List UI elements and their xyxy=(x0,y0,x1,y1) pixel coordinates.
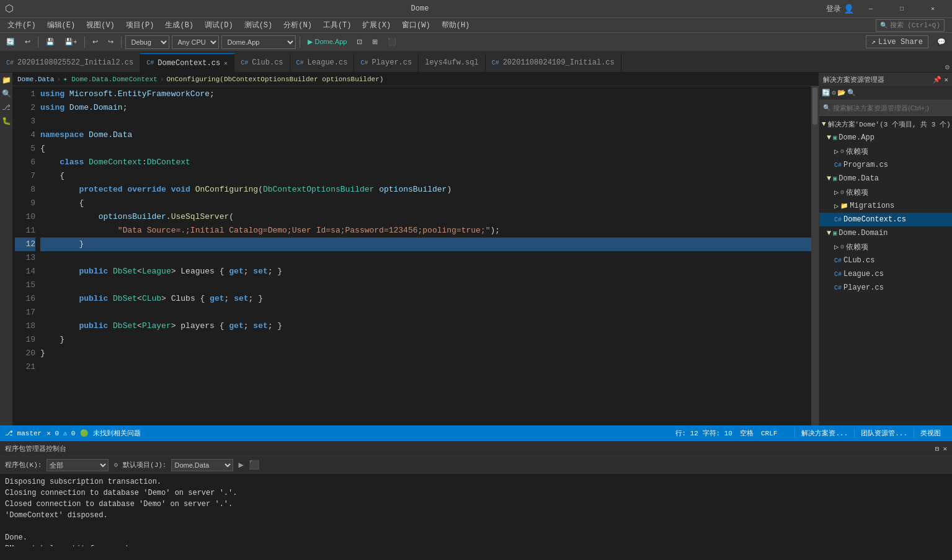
vertical-scrollbar[interactable] xyxy=(811,86,819,425)
toolbar-btn-extra2[interactable]: ⊞ xyxy=(368,37,381,47)
scrollbar-thumb[interactable] xyxy=(812,87,817,125)
login-text[interactable]: 登录 xyxy=(826,4,841,14)
debug-config-dropdown[interactable]: Debug Release xyxy=(125,35,169,49)
feedback-button[interactable]: 💬 xyxy=(933,37,950,47)
toolbar-save-all[interactable]: 💾+ xyxy=(61,37,81,47)
tree-player-cs[interactable]: C# Player.cs xyxy=(819,281,952,295)
tab-league[interactable]: C# League.cs xyxy=(290,53,355,72)
tree-domedomain[interactable]: ▼ ▣ Dome.Domain xyxy=(819,226,952,240)
live-share-button[interactable]: ↗ Live Share xyxy=(866,35,928,48)
row-col-info: 行: 12 字符: 10 xyxy=(675,429,732,438)
toolbar-save[interactable]: 💾 xyxy=(42,37,58,47)
se-pin-icon[interactable]: 📌 xyxy=(933,76,941,84)
tab-initial2[interactable]: C# 20201108025522_Initial2.cs xyxy=(0,53,140,72)
toolbar: 🔄 ↩ 💾 💾+ ↩ ↪ Debug Release Any CPU Dome.… xyxy=(0,32,952,51)
menu-window[interactable]: 窗口(W) xyxy=(397,19,435,32)
domedomain-deps-label: 依赖项 xyxy=(846,242,868,252)
se-bottom-tab1[interactable]: 解决方案资... xyxy=(794,429,854,438)
activity-debug[interactable]: 🐛 xyxy=(1,116,11,126)
se-close-icon[interactable]: ✕ xyxy=(944,76,948,84)
status-right: 行: 12 字符: 10 空格 CRLF xyxy=(675,429,778,438)
tab-close-domecontext[interactable]: ✕ xyxy=(224,60,228,67)
start-button[interactable]: ▶ Dome.App xyxy=(304,37,350,47)
se-bottom-tab3[interactable]: 类视图 xyxy=(914,429,947,438)
proj-icon-domedomain: ▣ xyxy=(833,229,837,237)
tab-domecontext[interactable]: C# DomeContext.cs ✕ xyxy=(140,53,234,72)
tree-league-cs[interactable]: C# League.cs xyxy=(819,267,952,281)
menu-extensions[interactable]: 扩展(X) xyxy=(357,19,396,32)
tree-program-cs[interactable]: C# Program.cs xyxy=(819,158,952,172)
tab-bar: C# 20201108025522_Initial2.cs C# DomeCon… xyxy=(0,51,952,73)
pkg-float-icon[interactable]: ⊟ xyxy=(935,445,940,453)
se-toolbar-icon2[interactable]: ⚙ xyxy=(832,89,836,97)
tab-label-initial: 20201108024109_Initial.cs xyxy=(503,58,615,67)
no-issues-label: 🟢 未找到相关问题 xyxy=(80,429,141,438)
pkg-close-icon[interactable]: ✕ xyxy=(943,445,947,453)
tab-club[interactable]: C# Club.cs xyxy=(234,53,290,72)
git-branch-icon[interactable]: ⎇ master xyxy=(5,429,42,437)
menu-tools[interactable]: 工具(T) xyxy=(318,19,357,32)
menu-help[interactable]: 帮助(H) xyxy=(437,19,475,32)
menu-file[interactable]: 文件(F) xyxy=(2,19,41,32)
tree-domedata[interactable]: ▼ ▣ Dome.Data xyxy=(819,172,952,185)
menu-edit[interactable]: 编辑(E) xyxy=(42,19,81,32)
activity-explorer[interactable]: 📁 xyxy=(1,75,11,85)
se-search-bar[interactable]: 🔍 xyxy=(819,100,952,116)
tree-domeapp[interactable]: ▼ ▣ Dome.App xyxy=(819,131,952,144)
toolbar-sep4 xyxy=(300,37,300,48)
tab-player[interactable]: C# Player.cs xyxy=(354,53,419,72)
cs-icon-player: C# xyxy=(360,60,368,66)
tab-sql[interactable]: leys4ufw.sql xyxy=(419,53,485,72)
menu-view[interactable]: 视图(V) xyxy=(81,19,120,32)
menu-project[interactable]: 项目(P) xyxy=(121,19,159,32)
pkg-default-project-select[interactable]: Dome.Data xyxy=(171,459,233,471)
expand-icon-domain: ▼ xyxy=(827,229,831,238)
tree-club-cs[interactable]: C# CLub.cs xyxy=(819,254,952,267)
maximize-button[interactable]: □ xyxy=(887,0,916,17)
menu-build[interactable]: 生成(B) xyxy=(160,19,198,32)
se-toolbar-icon3[interactable]: 📂 xyxy=(837,89,846,97)
account-icon[interactable]: 👤 xyxy=(843,4,854,14)
minimize-button[interactable]: — xyxy=(856,0,885,17)
activity-search[interactable]: 🔍 xyxy=(1,89,11,99)
pkg-run-icon[interactable]: ▶ xyxy=(238,460,243,470)
menu-analyze[interactable]: 分析(N) xyxy=(278,19,317,32)
tree-domedata-deps[interactable]: ▷ ⚙ 依赖项 xyxy=(819,185,952,199)
toolbar-redo[interactable]: ↪ xyxy=(104,37,117,47)
se-search-input[interactable] xyxy=(833,104,948,112)
tree-domecontext-cs[interactable]: C# DomeContext.cs xyxy=(819,213,952,226)
expand-icon-migrations: ▷ xyxy=(834,202,839,211)
se-toolbar-icon1[interactable]: 🔄 xyxy=(822,89,830,97)
se-toolbar-icon4[interactable]: 🔍 xyxy=(847,89,856,97)
tab-initial[interactable]: C# 20201108024109_Initial.cs xyxy=(486,53,621,72)
menu-test[interactable]: 测试(S) xyxy=(239,19,278,32)
menu-debug[interactable]: 调试(D) xyxy=(200,19,238,32)
tree-domeapp-deps[interactable]: ▷ ⚙ 依赖项 xyxy=(819,144,952,158)
title-bar-right: 登录 👤 — □ ✕ xyxy=(826,0,947,17)
cs-icon-domecontext: C# xyxy=(834,216,842,223)
code-content[interactable]: using Microsoft.EntityFrameworkCore; usi… xyxy=(40,86,811,425)
toolbar-open[interactable]: ↩ xyxy=(21,37,34,47)
platform-dropdown[interactable]: Any CPU xyxy=(172,35,219,49)
code-editor[interactable]: 1 2 3 4 5 6 7 8 9 10 11 12 13 14 15 16 1… xyxy=(12,86,819,425)
error-count[interactable]: ✕ 0 ⚠ 0 xyxy=(47,429,75,437)
tree-migrations[interactable]: ▷ 📁 Migrations xyxy=(819,199,952,213)
tab-label-club: Club.cs xyxy=(252,58,283,67)
tree-domedomain-deps[interactable]: ▷ ⚙ 依赖项 xyxy=(819,240,952,254)
pkg-source-select[interactable]: 全部 xyxy=(47,459,109,471)
toolbar-sep1 xyxy=(38,37,38,48)
toolbar-btn-extra1[interactable]: ⊡ xyxy=(353,37,366,47)
tree-solution[interactable]: ▼ 解决方案'Dome'(3 个项目, 共 3 个) xyxy=(819,117,952,131)
title-bar-left: ⬡ xyxy=(5,2,14,15)
activity-git[interactable]: ⎇ xyxy=(1,102,11,112)
club-cs-label: CLub.cs xyxy=(843,256,874,265)
se-bottom-tab2[interactable]: 团队资源管... xyxy=(854,429,914,438)
toolbar-new-project[interactable]: 🔄 xyxy=(2,37,19,47)
tab-settings-icon[interactable]: ⚙ xyxy=(945,63,950,72)
pkg-stop-icon[interactable]: ⬛ xyxy=(249,460,259,470)
close-button[interactable]: ✕ xyxy=(919,0,947,17)
start-project-dropdown[interactable]: Dome.App xyxy=(221,35,296,49)
toolbar-undo[interactable]: ↩ xyxy=(89,37,102,47)
pkg-settings-icon[interactable]: ⚙ xyxy=(113,461,118,469)
toolbar-btn-extra3[interactable]: ⬛ xyxy=(384,37,400,47)
